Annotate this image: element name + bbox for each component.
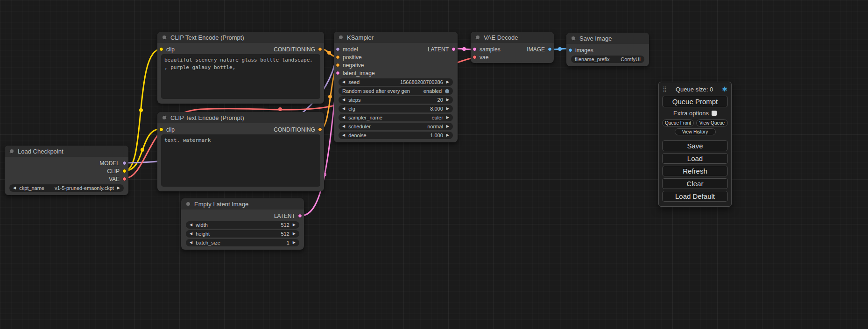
output-slot-vae[interactable]: VAE — [5, 175, 128, 183]
node-save-image[interactable]: Save Image images filename_prefix ComfyU… — [566, 33, 649, 66]
input-slot-positive[interactable]: positive — [334, 53, 375, 61]
widget-seed[interactable]: ◀ seed 156680208700286 ▶ — [339, 78, 453, 86]
collapse-dot[interactable] — [571, 36, 576, 41]
node-load-checkpoint[interactable]: Load Checkpoint MODEL CLIP VAE ◀ — [5, 146, 128, 195]
latent-slot-dot[interactable] — [298, 214, 302, 218]
widget-width[interactable]: ◀ width 512 ▶ — [186, 221, 299, 229]
vae-slot-dot[interactable] — [122, 177, 127, 181]
widget-filename-prefix[interactable]: filename_prefix ComfyUI — [571, 56, 644, 63]
collapse-dot[interactable] — [9, 149, 14, 154]
latent-slot-dot[interactable] — [473, 47, 477, 51]
widget-random-seed-toggle[interactable]: Random seed after every gen enabled — [339, 87, 453, 95]
right-arrow-icon[interactable]: ▶ — [293, 223, 296, 227]
node-empty-latent-image[interactable]: Empty Latent Image LATENT ◀ width 512 ▶ … — [181, 198, 304, 250]
collapse-dot[interactable] — [186, 202, 191, 206]
left-arrow-icon[interactable]: ◀ — [13, 186, 16, 190]
clip-slot-dot[interactable] — [122, 169, 127, 173]
queue-prompt-button[interactable]: Queue Prompt — [662, 96, 728, 107]
collapse-dot[interactable] — [162, 35, 167, 40]
node-title-bar[interactable]: VAE Decode — [471, 32, 554, 43]
right-arrow-icon[interactable]: ▶ — [446, 98, 449, 102]
prompt-textarea[interactable]: beautiful scenery nature glass bottle la… — [161, 54, 320, 99]
queue-panel[interactable]: ⣿ Queue size: 0 ✱ Queue Prompt Extra opt… — [658, 82, 732, 207]
right-arrow-icon[interactable]: ▶ — [446, 133, 449, 137]
left-arrow-icon[interactable]: ◀ — [342, 116, 345, 119]
input-slot-model[interactable]: model — [334, 45, 375, 53]
collapse-dot[interactable] — [475, 35, 480, 40]
conditioning-slot-dot[interactable] — [336, 63, 340, 67]
node-clip-text-encode-positive[interactable]: CLIP Text Encode (Prompt) clip CONDITION… — [157, 32, 324, 104]
node-title-bar[interactable]: Load Checkpoint — [5, 146, 128, 157]
widget-cfg[interactable]: ◀ cfg 8.000 ▶ — [339, 105, 453, 112]
view-history-button[interactable]: View History — [675, 128, 716, 135]
output-slot-model[interactable]: MODEL — [5, 159, 128, 167]
widget-height[interactable]: ◀ height 512 ▶ — [186, 230, 299, 238]
left-arrow-icon[interactable]: ◀ — [190, 223, 192, 227]
widget-denoise[interactable]: ◀ denoise 1.000 ▶ — [339, 132, 453, 139]
vae-slot-dot[interactable] — [473, 55, 477, 59]
right-arrow-icon[interactable]: ▶ — [446, 80, 449, 84]
left-arrow-icon[interactable]: ◀ — [342, 133, 345, 137]
widget-ckpt-name[interactable]: ◀ ckpt_name v1-5-pruned-emaonly.ckpt ▶ — [9, 184, 124, 192]
extra-options-checkbox[interactable] — [712, 111, 717, 116]
clip-slot-dot[interactable] — [159, 47, 163, 51]
output-slot-image[interactable]: IMAGE — [527, 45, 554, 53]
load-default-button[interactable]: Load Default — [662, 191, 728, 202]
load-button[interactable]: Load — [662, 153, 728, 164]
input-slot-latent-image[interactable]: latent_image — [334, 69, 375, 77]
view-queue-button[interactable]: View Queue — [696, 119, 728, 126]
left-arrow-icon[interactable]: ◀ — [342, 98, 345, 102]
left-arrow-icon[interactable]: ◀ — [342, 125, 345, 128]
right-arrow-icon[interactable]: ▶ — [117, 186, 120, 190]
model-slot-dot[interactable] — [122, 161, 127, 165]
node-title-bar[interactable]: Empty Latent Image — [181, 198, 304, 210]
right-arrow-icon[interactable]: ▶ — [293, 232, 296, 236]
output-slot-conditioning[interactable]: CONDITIONING — [274, 45, 324, 53]
image-slot-dot[interactable] — [548, 47, 552, 51]
widget-batch-size[interactable]: ◀ batch_size 1 ▶ — [186, 239, 299, 246]
queue-front-button[interactable]: Queue Front — [662, 119, 694, 126]
output-slot-conditioning[interactable]: CONDITIONING — [274, 126, 324, 133]
conditioning-slot-dot[interactable] — [336, 55, 340, 59]
settings-gear-icon[interactable]: ✱ — [722, 85, 727, 93]
node-title-bar[interactable]: Save Image — [566, 33, 649, 44]
latent-slot-dot[interactable] — [336, 71, 340, 75]
input-slot-vae[interactable]: vae — [471, 53, 501, 61]
collapse-dot[interactable] — [339, 35, 343, 40]
drag-handle-icon[interactable]: ⣿ — [663, 86, 667, 92]
right-arrow-icon[interactable]: ▶ — [446, 116, 449, 119]
input-slot-clip[interactable]: clip — [157, 126, 175, 133]
toggle-dot[interactable] — [445, 89, 449, 93]
conditioning-slot-dot[interactable] — [318, 47, 322, 51]
output-slot-clip[interactable]: CLIP — [5, 167, 128, 175]
widget-scheduler[interactable]: ◀ scheduler normal ▶ — [339, 123, 453, 130]
prompt-textarea[interactable]: text, watermark — [161, 134, 320, 187]
left-arrow-icon[interactable]: ◀ — [342, 80, 345, 84]
left-arrow-icon[interactable]: ◀ — [342, 107, 345, 111]
right-arrow-icon[interactable]: ▶ — [293, 241, 296, 245]
image-slot-dot[interactable] — [568, 48, 572, 52]
right-arrow-icon[interactable]: ▶ — [446, 107, 449, 111]
widget-steps[interactable]: ◀ steps 20 ▶ — [339, 96, 453, 104]
clear-button[interactable]: Clear — [662, 178, 728, 189]
input-slot-samples[interactable]: samples — [471, 45, 501, 53]
node-ksampler[interactable]: KSampler model positive negative la — [334, 32, 458, 142]
clip-slot-dot[interactable] — [159, 127, 163, 132]
widget-sampler-name[interactable]: ◀ sampler_name euler ▶ — [339, 114, 453, 121]
refresh-button[interactable]: Refresh — [662, 166, 728, 176]
node-title-bar[interactable]: KSampler — [334, 32, 458, 43]
latent-slot-dot[interactable] — [452, 47, 456, 51]
node-clip-text-encode-negative[interactable]: CLIP Text Encode (Prompt) clip CONDITION… — [157, 112, 324, 191]
right-arrow-icon[interactable]: ▶ — [446, 125, 449, 128]
left-arrow-icon[interactable]: ◀ — [190, 241, 192, 245]
input-slot-negative[interactable]: negative — [334, 61, 375, 69]
input-slot-clip[interactable]: clip — [157, 45, 175, 53]
node-title-bar[interactable]: CLIP Text Encode (Prompt) — [157, 32, 324, 43]
node-vae-decode[interactable]: VAE Decode samples vae IMAGE — [471, 32, 554, 63]
model-slot-dot[interactable] — [336, 47, 340, 51]
left-arrow-icon[interactable]: ◀ — [190, 232, 192, 236]
save-button[interactable]: Save — [662, 140, 728, 151]
output-slot-latent[interactable]: LATENT — [181, 212, 304, 220]
node-title-bar[interactable]: CLIP Text Encode (Prompt) — [157, 112, 324, 123]
conditioning-slot-dot[interactable] — [318, 127, 322, 132]
